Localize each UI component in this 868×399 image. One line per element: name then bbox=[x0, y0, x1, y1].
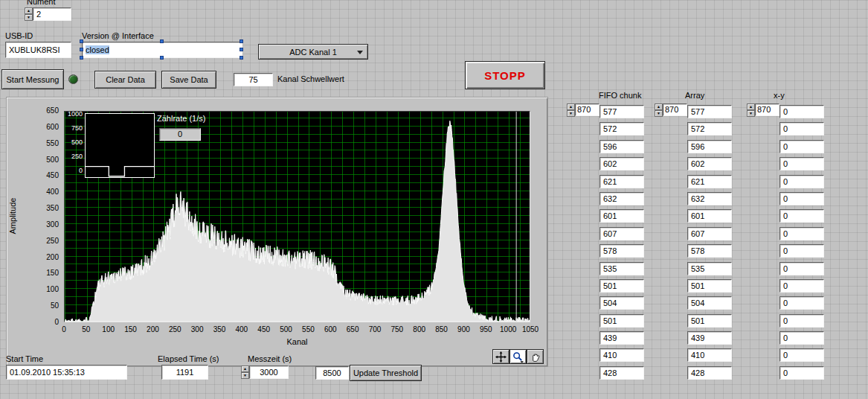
clear-data-button[interactable]: Clear Data bbox=[94, 71, 156, 89]
stepper-down-icon[interactable]: ▼ bbox=[655, 110, 663, 117]
chevron-down-icon bbox=[357, 51, 363, 54]
array-cell[interactable]: 601 bbox=[599, 209, 644, 223]
stepper-up-icon[interactable]: ▲ bbox=[25, 7, 33, 14]
selection-handle bbox=[80, 56, 83, 60]
x-tick-label: 750 bbox=[391, 325, 404, 334]
selection-handle bbox=[239, 48, 243, 51]
nument-stepper[interactable]: ▲▼ bbox=[25, 7, 33, 21]
array-cell[interactable]: 572 bbox=[599, 122, 644, 135]
update-threshold-button[interactable]: Update Threshold bbox=[350, 365, 422, 381]
fifo-index-field[interactable]: 870 bbox=[575, 103, 599, 116]
array-cell[interactable]: 621 bbox=[687, 175, 732, 188]
stepper-down-icon[interactable]: ▼ bbox=[241, 372, 249, 379]
array-cell[interactable]: 428 bbox=[599, 366, 644, 380]
array-cell[interactable]: 428 bbox=[687, 366, 732, 380]
adc-channel-select[interactable]: ADC Kanal 1 bbox=[258, 44, 368, 60]
x-tick-label: 1000 bbox=[500, 325, 516, 334]
array-cell[interactable]: 0 bbox=[779, 314, 824, 328]
array-cell[interactable]: 410 bbox=[599, 348, 644, 362]
array-cell[interactable]: 621 bbox=[599, 175, 644, 188]
x-tick-label: 0 bbox=[62, 325, 66, 334]
array-cell[interactable]: 0 bbox=[779, 175, 824, 188]
array-cell[interactable]: 602 bbox=[599, 157, 644, 170]
messzeit-stepper[interactable]: ▲▼ bbox=[241, 366, 249, 379]
array-cell[interactable]: 501 bbox=[599, 279, 644, 293]
y-tick-label: 350 bbox=[46, 204, 59, 213]
status-led-indicator bbox=[68, 74, 78, 84]
y-tick-label: 100 bbox=[46, 285, 59, 294]
array-cell[interactable]: 607 bbox=[687, 227, 732, 240]
array-cell[interactable]: 0 bbox=[779, 331, 824, 345]
stepper-up-icon[interactable]: ▲ bbox=[567, 103, 575, 110]
array-cell[interactable]: 601 bbox=[687, 209, 732, 223]
messzeit-field[interactable]: 3000 bbox=[249, 366, 289, 379]
array-cell[interactable]: 0 bbox=[779, 192, 824, 205]
array-cell[interactable]: 501 bbox=[687, 314, 732, 328]
spectrum-chart-panel: Amplitude 650600550500450400350300250200… bbox=[6, 97, 548, 367]
array-cell[interactable]: 578 bbox=[687, 244, 732, 258]
array-cell[interactable]: 577 bbox=[599, 105, 644, 118]
xy-index-field[interactable]: 870 bbox=[755, 103, 779, 116]
x-tick-label: 350 bbox=[213, 325, 226, 334]
nument-value-field[interactable]: 2 bbox=[33, 7, 71, 21]
zoom-tool-button[interactable] bbox=[509, 349, 527, 364]
elapsed-time-label: Elapsed Time (s) bbox=[158, 354, 219, 364]
array-cell[interactable]: 578 bbox=[599, 244, 644, 258]
array-cell[interactable]: 535 bbox=[599, 262, 644, 275]
array-cell[interactable]: 439 bbox=[599, 331, 644, 345]
array-cell[interactable]: 410 bbox=[687, 348, 732, 362]
array-cell[interactable]: 572 bbox=[687, 122, 732, 135]
stepper-up-icon[interactable]: ▲ bbox=[655, 103, 663, 110]
stepper-down-icon[interactable]: ▼ bbox=[567, 110, 575, 117]
array-cell[interactable]: 0 bbox=[779, 122, 824, 135]
stepper-down-icon[interactable]: ▼ bbox=[25, 14, 33, 21]
update-threshold-field[interactable]: 8500 bbox=[315, 366, 349, 380]
array-cell[interactable]: 535 bbox=[687, 262, 732, 275]
x-tick-label: 950 bbox=[480, 325, 492, 334]
start-messung-button[interactable]: Start Messung bbox=[1, 69, 64, 89]
start-time-field[interactable]: 01.09.2010 15:35:13 bbox=[6, 365, 127, 380]
fifo-index-stepper[interactable]: ▲▼ bbox=[567, 103, 575, 117]
pan-tool-button[interactable] bbox=[527, 349, 544, 364]
array-cell[interactable]: 0 bbox=[779, 279, 824, 293]
array-cell[interactable]: 0 bbox=[779, 244, 824, 258]
array-cell[interactable]: 439 bbox=[687, 331, 732, 345]
cursor-tool-button[interactable] bbox=[492, 349, 509, 364]
array-cell[interactable]: 0 bbox=[779, 227, 824, 240]
array-index-field[interactable]: 870 bbox=[663, 103, 687, 116]
array-cell[interactable]: 0 bbox=[779, 296, 824, 310]
array-cell[interactable]: 0 bbox=[779, 157, 824, 170]
array-cell[interactable]: 602 bbox=[687, 157, 732, 170]
array-index-stepper[interactable]: ▲▼ bbox=[655, 103, 663, 117]
x-tick-label: 600 bbox=[324, 325, 337, 334]
array-cell[interactable]: 504 bbox=[599, 296, 644, 310]
xy-index-stepper[interactable]: ▲▼ bbox=[747, 103, 755, 117]
array-cell[interactable]: 607 bbox=[599, 227, 644, 240]
stepper-up-icon[interactable]: ▲ bbox=[747, 103, 755, 110]
x-tick-label: 150 bbox=[124, 325, 137, 334]
hand-icon bbox=[530, 351, 541, 363]
labview-front-panel: Nument ▲▼ 2 USB-ID XUBLUK8RSI Version @ … bbox=[0, 0, 868, 399]
usb-id-field[interactable]: XUBLUK8RSI bbox=[5, 42, 71, 58]
array-cell[interactable]: 596 bbox=[599, 140, 644, 153]
array-cell[interactable]: 501 bbox=[687, 279, 732, 293]
save-data-button[interactable]: Save Data bbox=[161, 71, 216, 89]
array-cell[interactable]: 0 bbox=[779, 140, 824, 153]
array-cell[interactable]: 0 bbox=[779, 348, 824, 362]
elapsed-time-field: 1191 bbox=[161, 365, 208, 380]
kanal-schwellwert-field[interactable]: 75 bbox=[234, 73, 273, 86]
array-cell[interactable]: 0 bbox=[779, 262, 824, 275]
array-cell[interactable]: 577 bbox=[687, 105, 732, 118]
inset-line bbox=[86, 167, 154, 176]
array-cell[interactable]: 632 bbox=[599, 192, 644, 205]
stepper-up-icon[interactable]: ▲ bbox=[241, 366, 249, 372]
array-cell[interactable]: 632 bbox=[687, 192, 732, 205]
stepper-down-icon[interactable]: ▼ bbox=[747, 110, 755, 117]
array-cell[interactable]: 504 bbox=[687, 296, 732, 310]
array-cell[interactable]: 501 bbox=[599, 314, 644, 328]
stopp-button[interactable]: STOPP bbox=[465, 61, 545, 89]
array-cell[interactable]: 0 bbox=[779, 209, 824, 223]
array-cell[interactable]: 0 bbox=[779, 105, 824, 118]
array-cell[interactable]: 0 bbox=[779, 366, 824, 380]
array-cell[interactable]: 596 bbox=[687, 140, 732, 153]
